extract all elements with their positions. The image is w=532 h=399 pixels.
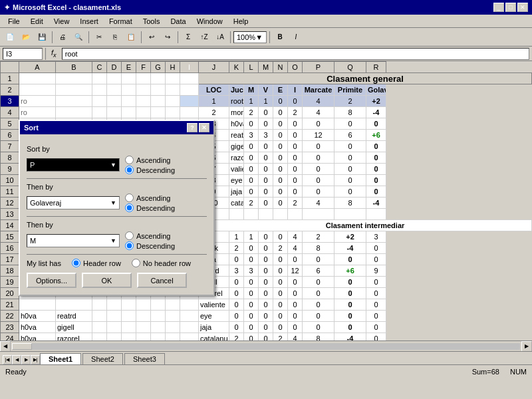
menu-help[interactable]: Help (228, 16, 254, 27)
maximize-button[interactable]: □ (505, 3, 516, 12)
open-button[interactable]: 📂 (19, 30, 33, 45)
toolbar-sep-1 (52, 31, 53, 43)
dialog-title-buttons: ? ✕ (187, 123, 209, 132)
close-button[interactable]: ✕ (517, 3, 528, 12)
window-title: Microsoft Excel - clasament.xls (13, 3, 121, 11)
then-by-2-row: M ▼ Ascending Descending (27, 231, 207, 250)
menu-edit[interactable]: Edit (25, 16, 49, 27)
italic-button[interactable]: I (289, 30, 303, 45)
title-bar-left: ✦ Microsoft Excel - clasament.xls (4, 3, 121, 12)
then-by-1-ascending-radio[interactable]: Ascending (125, 194, 175, 202)
toolbar-sep-3 (141, 31, 142, 43)
bold-button[interactable]: B (273, 30, 287, 45)
sort-by-descending-radio[interactable]: Descending (125, 166, 175, 174)
menu-insert[interactable]: Insert (74, 16, 104, 27)
redo-button[interactable]: ↪ (160, 30, 175, 45)
dialog-help-button[interactable]: ? (187, 123, 198, 132)
sort-by-dropdown[interactable]: P ▼ (27, 158, 120, 172)
cell-reference[interactable]: I3 (3, 48, 43, 60)
options-button[interactable]: Options... (27, 273, 76, 288)
header-row-radio[interactable]: Header row (72, 259, 121, 267)
status-ready: Ready (5, 368, 27, 376)
menu-view[interactable]: View (49, 16, 75, 27)
formula-sep (45, 48, 46, 60)
formula-fx-label: fx (49, 49, 59, 59)
no-header-row-radio[interactable]: No header row (132, 259, 191, 267)
menu-format[interactable]: Format (104, 16, 138, 27)
formula-input[interactable]: root (62, 48, 529, 60)
sort-by-ascending-radio[interactable]: Ascending (125, 156, 175, 164)
minimize-button[interactable]: _ (493, 3, 504, 12)
dialog-buttons: Options... OK Cancel (27, 273, 207, 288)
status-sum: Sum=68 (472, 368, 499, 376)
sort-by-label: Sort by (27, 145, 207, 153)
menu-file[interactable]: File (3, 16, 25, 27)
undo-button[interactable]: ↩ (144, 30, 159, 45)
save-button[interactable]: 💾 (35, 30, 49, 45)
title-bar-controls: _ □ ✕ (493, 3, 528, 12)
then-by-1-row: Golaveraj ▼ Ascending Descending (27, 194, 207, 212)
dialog-title-bar: Sort ? ✕ (20, 121, 213, 134)
menu-bar: File Edit View Insert Format Tools Data … (0, 15, 532, 28)
new-button[interactable]: 📄 (3, 30, 17, 45)
toolbar-sep-4 (178, 31, 178, 43)
cancel-button[interactable]: Cancel (137, 273, 187, 288)
toolbar-sep-6 (269, 31, 270, 43)
then-by-2-radio-group: Ascending Descending (125, 231, 175, 250)
menu-window[interactable]: Window (192, 16, 228, 27)
my-list-section: My list has Header row No header row (27, 259, 207, 267)
menu-tools[interactable]: Tools (138, 16, 166, 27)
status-num: NUM (510, 368, 527, 376)
copy-button[interactable]: ⎘ (108, 30, 122, 45)
title-bar: ✦ Microsoft Excel - clasament.xls _ □ ✕ (0, 0, 532, 15)
toolbar-sep-2 (88, 31, 89, 43)
dialog-title-label: Sort (24, 124, 39, 132)
dialog-body: Sort by P ▼ Ascending Descending (20, 134, 213, 295)
then-by-1-descending-radio[interactable]: Descending (125, 203, 175, 212)
then-by-1-radio-group: Ascending Descending (125, 194, 175, 212)
menu-data[interactable]: Data (165, 16, 191, 27)
then-by-2-dropdown[interactable]: M ▼ (27, 234, 120, 247)
status-right: Sum=68 NUM (472, 368, 527, 376)
toolbar-sep-5 (230, 31, 231, 43)
dialog-overlay: Sort ? ✕ Sort by P ▼ As (0, 61, 532, 364)
then-by-2-label: Then by (27, 221, 207, 229)
sort-desc-button[interactable]: ↓A (213, 30, 227, 45)
status-bar: Ready Sum=68 NUM (0, 364, 532, 378)
paste-button[interactable]: 📋 (124, 30, 138, 45)
then-by-2-descending-radio[interactable]: Descending (125, 241, 175, 250)
zoom-dropdown[interactable]: 100% ▼ (233, 31, 267, 43)
then-by-2-ascending-radio[interactable]: Ascending (125, 231, 175, 240)
sort-by-radio-group: Ascending Descending (125, 156, 175, 174)
then-by-1-dropdown[interactable]: Golaveraj ▼ (27, 196, 120, 209)
sort-asc-button[interactable]: ↑Z (197, 30, 211, 45)
toolbar-1: 📄 📂 💾 🖨 🔍 ✂ ⎘ 📋 ↩ ↪ Σ ↑Z ↓A 100% ▼ B I (0, 28, 532, 47)
ok-button[interactable]: OK (82, 273, 132, 288)
print-button[interactable]: 🖨 (55, 30, 70, 45)
cut-button[interactable]: ✂ (92, 30, 106, 45)
excel-app-icon: ✦ (4, 3, 10, 12)
then-by-1-label: Then by (27, 183, 207, 191)
formula-bar: I3 fx root (0, 47, 532, 61)
autosum-button[interactable]: Σ (181, 30, 196, 45)
dialog-close-button[interactable]: ✕ (199, 123, 209, 132)
preview-button[interactable]: 🔍 (71, 30, 86, 45)
sort-by-row: P ▼ Ascending Descending (27, 156, 207, 174)
sort-dialog: Sort ? ✕ Sort by P ▼ As (19, 120, 215, 296)
